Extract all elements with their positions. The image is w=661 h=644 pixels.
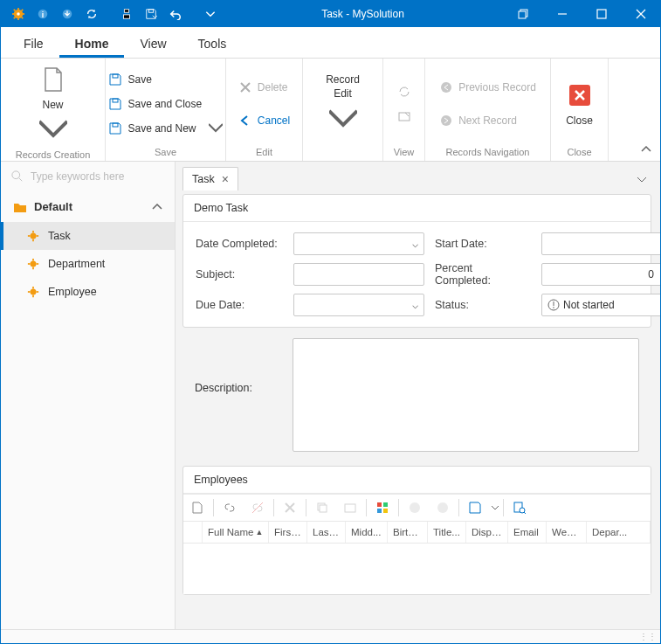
- input-percent-completed[interactable]: 0▲▼: [541, 263, 660, 286]
- form-header: Demo Task: [183, 195, 651, 222]
- employees-header: Employees: [183, 467, 651, 494]
- tab-view[interactable]: View: [124, 30, 182, 58]
- group-close: Close: [551, 145, 608, 161]
- app-icon[interactable]: [6, 2, 31, 26]
- chevron-down-icon: ⌵: [412, 299, 418, 311]
- col-last[interactable]: Last...: [307, 522, 346, 543]
- resize-grip-icon[interactable]: ⋮⋮: [639, 632, 657, 641]
- input-subject[interactable]: [293, 263, 424, 286]
- emp-link-button[interactable]: [216, 494, 244, 522]
- emp-new-button[interactable]: [183, 494, 211, 522]
- cancel-button[interactable]: Cancel: [237, 110, 292, 131]
- window-title: Task - MySolution: [223, 8, 503, 20]
- svg-rect-17: [519, 11, 526, 18]
- col-title[interactable]: Title...: [428, 522, 466, 543]
- svg-rect-15: [148, 10, 153, 13]
- qat-save-close-icon[interactable]: [139, 2, 163, 26]
- nav-item-department[interactable]: Department: [1, 250, 175, 278]
- open-button[interactable]: [396, 106, 413, 127]
- record-edit-button[interactable]: Record Edit: [317, 70, 368, 137]
- qat-info-icon[interactable]: i: [31, 2, 55, 26]
- col-fullname[interactable]: Full Name▲: [203, 522, 269, 543]
- ribbon-collapse-button[interactable]: [641, 142, 651, 156]
- col-display[interactable]: Displ...: [466, 522, 508, 543]
- label-description: Description:: [195, 338, 282, 394]
- open-icon: [343, 501, 357, 515]
- chevron-down-icon: [209, 121, 223, 135]
- input-description[interactable]: [293, 338, 639, 452]
- qat-refresh-icon[interactable]: [79, 2, 104, 26]
- nav-item-task[interactable]: Task: [1, 222, 175, 250]
- title-bar: i Task - MySolution: [1, 1, 660, 27]
- emp-copy-button[interactable]: [308, 494, 336, 522]
- qat-undo-icon[interactable]: [163, 2, 188, 26]
- group-save: Save: [106, 145, 225, 161]
- input-due-date[interactable]: ⌵: [293, 294, 424, 316]
- svg-line-5: [14, 10, 16, 11]
- tab-home[interactable]: Home: [59, 30, 125, 58]
- emp-open-button[interactable]: [336, 494, 364, 522]
- input-start-date[interactable]: ⌵: [541, 232, 660, 255]
- svg-line-30: [19, 178, 23, 182]
- svg-rect-13: [124, 10, 128, 13]
- svg-rect-23: [113, 99, 118, 102]
- col-first[interactable]: First...: [269, 522, 307, 543]
- refresh-button[interactable]: [396, 81, 413, 102]
- mdi-restore-icon[interactable]: [503, 1, 542, 27]
- chevron-up-icon: [152, 204, 162, 211]
- minimize-button[interactable]: [542, 1, 582, 27]
- qat-download-icon[interactable]: [55, 2, 79, 26]
- emp-unlink-button[interactable]: [244, 494, 272, 522]
- chevron-down-icon: [492, 506, 499, 510]
- window-controls: [503, 1, 660, 27]
- document-tab-close-icon[interactable]: ×: [222, 173, 229, 185]
- qat-customize-icon[interactable]: [198, 2, 223, 26]
- folder-icon: [13, 201, 27, 213]
- emp-windows-button[interactable]: [368, 494, 396, 522]
- save-new-button[interactable]: Save and New: [107, 118, 224, 139]
- save-icon: [108, 73, 122, 87]
- nav-item-label: Task: [48, 230, 71, 242]
- qat-save-icon[interactable]: [114, 2, 139, 26]
- svg-rect-54: [383, 502, 388, 507]
- emp-save-layout-dd[interactable]: [489, 494, 501, 522]
- input-status[interactable]: Not started⌵: [541, 294, 660, 316]
- chevron-down-icon: ⌵: [412, 238, 418, 250]
- document-tab-options[interactable]: [637, 172, 651, 185]
- col-web[interactable]: Web...: [547, 522, 587, 543]
- nav-item-employee[interactable]: Employee: [1, 278, 175, 306]
- svg-rect-52: [345, 504, 355, 512]
- close-button[interactable]: Close: [557, 78, 602, 130]
- employees-grid-body[interactable]: [183, 544, 651, 594]
- emp-prev-button[interactable]: [401, 494, 429, 522]
- col-dept[interactable]: Depar...: [587, 522, 651, 543]
- tab-file[interactable]: File: [8, 30, 59, 58]
- prev-record-button[interactable]: Previous Record: [437, 77, 538, 98]
- description-row: Description:: [182, 328, 651, 462]
- save-close-button[interactable]: Save and Close: [107, 93, 224, 114]
- new-button[interactable]: New: [31, 62, 76, 148]
- emp-next-button[interactable]: [429, 494, 457, 522]
- input-date-completed[interactable]: ⌵: [293, 232, 424, 255]
- tab-tools[interactable]: Tools: [182, 30, 243, 58]
- emp-save-layout-button[interactable]: [461, 494, 489, 522]
- col-birth[interactable]: Birth...: [388, 522, 428, 543]
- next-record-button[interactable]: Next Record: [437, 110, 538, 131]
- emp-preview-button[interactable]: [506, 494, 534, 522]
- col-middle[interactable]: Midd...: [346, 522, 388, 543]
- maximize-button[interactable]: [582, 1, 621, 27]
- col-email[interactable]: Email: [508, 522, 547, 543]
- label-subject: Subject:: [196, 268, 283, 280]
- col-selector[interactable]: [183, 522, 203, 543]
- document-tab-task[interactable]: Task ×: [182, 167, 238, 190]
- emp-delete-button[interactable]: [276, 494, 304, 522]
- close-window-button[interactable]: [621, 1, 660, 27]
- label-percent-completed: Percent Completed:: [435, 262, 531, 287]
- save-button[interactable]: Save: [107, 69, 224, 90]
- delete-button[interactable]: Delete: [237, 77, 290, 98]
- open-icon: [397, 109, 411, 123]
- new-file-icon: [190, 501, 204, 515]
- prev-icon: [439, 80, 453, 94]
- search-box[interactable]: Type keywords here: [1, 162, 175, 191]
- nav-group-default[interactable]: Default: [1, 191, 175, 222]
